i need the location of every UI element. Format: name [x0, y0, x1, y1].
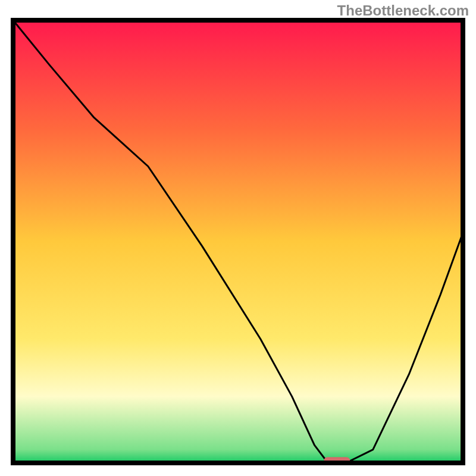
chart-background [13, 20, 463, 463]
watermark-text: TheBottleneck.com [337, 2, 469, 19]
bottleneck-chart [11, 18, 465, 465]
chart-svg [11, 18, 465, 465]
